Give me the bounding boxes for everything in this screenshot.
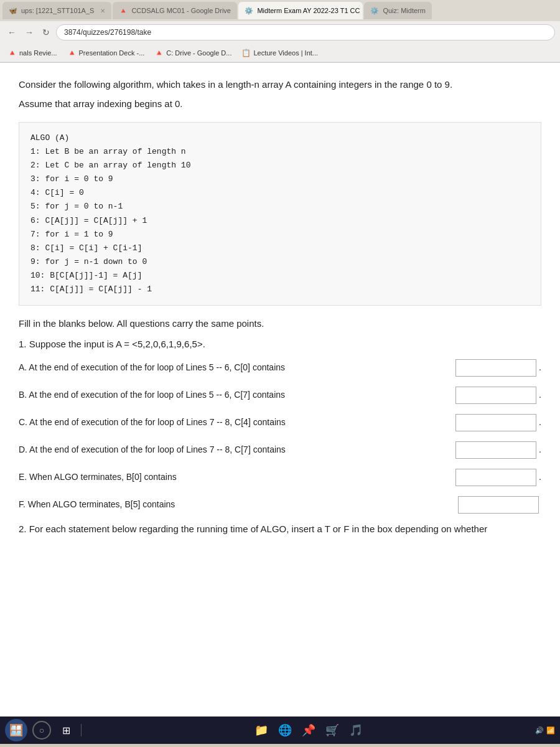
search-button[interactable]: ○	[32, 721, 51, 740]
tab-4[interactable]: ⚙️ Quiz: Midterm	[364, 2, 431, 19]
algo-line-3: 3: for i = 0 to 9	[30, 172, 530, 186]
algo-line-9: 9: for j = n-1 down to 0	[30, 255, 530, 269]
fill-row-d: D. At the end of execution of the for lo…	[19, 441, 541, 459]
fill-input-e[interactable]	[455, 469, 536, 486]
taskbar-app-spotify[interactable]: 🎵	[346, 720, 366, 740]
fill-row-f-text: F. When ALGO terminates, B[5] contains	[19, 499, 458, 511]
tab-2-label: CCDSALG MC01 - Google Drive	[131, 7, 231, 14]
intro-line1: Consider the following algorithm, which …	[19, 78, 541, 92]
fill-row-e-text: E. When ALGO terminates, B[0] contains	[19, 471, 455, 484]
refresh-button[interactable]: ↻	[40, 26, 52, 39]
fill-row-c: C. At the end of execution of the for lo…	[19, 414, 541, 431]
fill-input-b[interactable]	[455, 387, 536, 404]
bookmark-1[interactable]: 🔺 nals Revie...	[5, 47, 60, 59]
algo-line-11: 11: C[A[j]] = C[A[j]] - 1	[30, 283, 530, 296]
tab-3-label: Midterm Exam AY 2022-23 T1 CC	[257, 7, 360, 14]
fill-input-d[interactable]	[455, 441, 536, 459]
fill-row-b-text: B. At the end of execution of the for lo…	[19, 389, 455, 402]
back-button[interactable]: ←	[5, 26, 19, 39]
browser-chrome: 🦋 ups: [1221_STT101A_S ✕ 🔺 CCDSALG MC01 …	[0, 0, 560, 63]
fill-row-b: B. At the end of execution of the for lo…	[19, 387, 541, 404]
algorithm-box: ALGO (A) 1: Let B be an array of length …	[19, 122, 541, 306]
tab-1-close[interactable]: ✕	[100, 7, 105, 14]
files-icon: 📁	[254, 723, 268, 737]
bookmark-1-icon: 🔺	[7, 49, 17, 57]
tab-2[interactable]: 🔺 CCDSALG MC01 - Google Drive ✕	[113, 2, 237, 19]
network-icon[interactable]: 📶	[546, 726, 555, 735]
tab-4-icon: ⚙️	[370, 7, 379, 15]
forward-button[interactable]: →	[22, 26, 36, 39]
windows-icon: 🪟	[9, 723, 23, 737]
bookmark-4-icon: 📋	[241, 49, 251, 57]
tab-3[interactable]: ⚙️ Midterm Exam AY 2022-23 T1 CC ✕	[238, 2, 363, 19]
fill-row-b-suffix: .	[539, 389, 541, 402]
algo-line-5: 5: for j = 0 to n-1	[30, 200, 530, 214]
fill-input-f[interactable]	[458, 496, 539, 514]
taskbar-app-store[interactable]: 🛒	[322, 720, 342, 740]
tab-1-label: ups: [1221_STT101A_S	[21, 7, 94, 14]
bookmark-3-icon: 🔺	[154, 49, 164, 57]
search-icon: ○	[39, 725, 44, 735]
fill-row-e: E. When ALGO terminates, B[0] contains .	[19, 469, 541, 486]
taskbar-apps: 📁 🌐 📌 🛒 🎵	[86, 720, 530, 740]
tab-1[interactable]: 🦋 ups: [1221_STT101A_S ✕	[2, 2, 111, 19]
store-icon: 🛒	[325, 723, 339, 737]
algo-line-4: 4: C[i] = 0	[30, 186, 530, 200]
fill-row-d-suffix: .	[539, 444, 541, 456]
algo-line-8: 8: C[i] = C[i] + C[i-1]	[30, 242, 530, 255]
tab-1-icon: 🦋	[9, 7, 17, 15]
fill-row-c-text: C. At the end of execution of the for lo…	[19, 416, 455, 429]
algo-line-2: 2: Let C be an array of length 10	[30, 159, 530, 172]
fill-row-f: F. When ALGO terminates, B[5] contains	[19, 496, 541, 514]
tab-bar: 🦋 ups: [1221_STT101A_S ✕ 🔺 CCDSALG MC01 …	[0, 0, 560, 21]
algo-line-10: 10: B[C[A[j]]-1] = A[j]	[30, 269, 530, 283]
bookmarks-bar: 🔺 nals Revie... 🔺 Presentation Deck -...…	[0, 44, 560, 62]
algo-line-6: 6: C[A[j]] = C[A[j]] + 1	[30, 214, 530, 228]
page-content: Consider the following algorithm, which …	[0, 63, 560, 716]
bookmark-1-label: nals Revie...	[19, 49, 57, 57]
fill-row-a: A. At the end of execution of the for lo…	[19, 359, 541, 377]
bookmark-4[interactable]: 📋 Lecture Videos | Int...	[239, 47, 320, 59]
tab-4-label: Quiz: Midterm	[383, 7, 425, 14]
bookmark-4-label: Lecture Videos | Int...	[253, 49, 318, 57]
spotify-icon: 🎵	[349, 723, 363, 737]
start-button[interactable]: 🪟	[5, 719, 27, 741]
tab-2-icon: 🔺	[119, 7, 128, 15]
fill-row-e-suffix: .	[539, 471, 541, 484]
fill-row-a-text: A. At the end of execution of the for lo…	[19, 362, 455, 374]
fill-input-a[interactable]	[455, 359, 536, 377]
address-bar-row: ← → ↻	[0, 21, 560, 44]
fill-blanks-header: Fill in the blanks below. All questions …	[19, 318, 541, 329]
sound-icon[interactable]: 🔊	[535, 726, 544, 735]
taskbar-app-files[interactable]: 📁	[251, 720, 271, 740]
algo-line-1: 1: Let B be an array of length n	[30, 145, 530, 159]
edge-icon: 🌐	[278, 723, 292, 737]
bookmark-3[interactable]: 🔺 C: Drive - Google D...	[152, 47, 234, 59]
fill-input-c[interactable]	[455, 414, 536, 431]
intro-line2: Assume that array indexing begins at 0.	[19, 97, 541, 111]
bookmark-2-label: Presentation Deck -...	[79, 49, 145, 57]
fill-row-c-suffix: .	[539, 416, 541, 429]
fill-row-d-text: D. At the end of execution of the for lo…	[19, 444, 455, 456]
bookmark-2-icon: 🔺	[67, 49, 77, 57]
task-view-button[interactable]: ⊞	[56, 720, 76, 740]
task-view-icon: ⊞	[62, 725, 70, 736]
address-input[interactable]	[56, 24, 555, 40]
tab-3-icon: ⚙️	[245, 7, 253, 15]
bookmark-2[interactable]: 🔺 Presentation Deck -...	[65, 47, 147, 59]
pin-icon: 📌	[302, 723, 315, 737]
taskbar-app-pin[interactable]: 📌	[299, 720, 319, 740]
algo-line-0: ALGO (A)	[30, 131, 530, 145]
algo-line-7: 7: for i = 1 to 9	[30, 228, 530, 242]
bookmark-3-label: C: Drive - Google D...	[166, 49, 231, 57]
question-1-label: 1. Suppose the input is A = <5,2,0,6,1,9…	[19, 339, 541, 349]
taskbar-app-edge[interactable]: 🌐	[275, 720, 295, 740]
taskbar-right: 🔊 📶	[535, 726, 555, 735]
fill-row-a-suffix: .	[539, 362, 541, 374]
taskbar: 🪟 ○ ⊞ 📁 🌐 📌 🛒 🎵 🔊 📶	[0, 716, 560, 744]
question-2-partial: 2. For each statement below regarding th…	[19, 524, 541, 534]
